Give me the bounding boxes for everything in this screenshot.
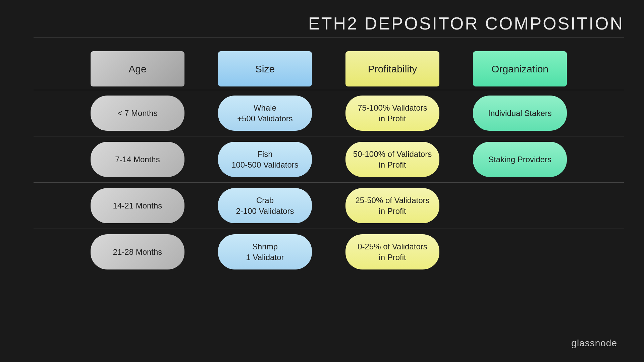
- profitability-value-2: 50-100% of Validators in Profit: [353, 149, 432, 170]
- profitability-value-3: 25-50% of Validators in Profit: [355, 195, 429, 216]
- size-cell-4: Shrimp 1 Validator: [218, 234, 312, 269]
- header-organization-label: Organization: [491, 63, 548, 75]
- header-size: Size: [218, 51, 312, 86]
- organization-cell-3-empty: [473, 188, 567, 223]
- profitability-cell-2: 50-100% of Validators in Profit: [345, 142, 439, 177]
- header-row: Age Size Profitability Organization: [34, 51, 624, 86]
- age-cell-4: 21-28 Months: [91, 234, 184, 269]
- organization-value-1: Individual Stakers: [488, 108, 551, 118]
- glassnode-logo: glassnode: [571, 338, 617, 349]
- organization-cell-2: Staking Providers: [473, 142, 567, 177]
- size-cell-2: Fish 100-500 Validators: [218, 142, 312, 177]
- profitability-cell-3: 25-50% of Validators in Profit: [345, 188, 439, 223]
- header-organization: Organization: [473, 51, 567, 86]
- age-cell-3: 14-21 Months: [91, 188, 184, 223]
- table-row: < 7 Months Whale +500 Validators 75-100%…: [34, 90, 624, 136]
- size-value-1: Whale +500 Validators: [237, 103, 293, 123]
- header-size-label: Size: [255, 63, 275, 75]
- data-rows: < 7 Months Whale +500 Validators 75-100%…: [34, 90, 624, 275]
- title-area: ETH2 DEPOSITOR COMPOSITION: [34, 13, 624, 38]
- table-row: 7-14 Months Fish 100-500 Validators 50-1…: [34, 136, 624, 182]
- header-profitability: Profitability: [345, 51, 439, 86]
- age-value-3: 14-21 Months: [113, 200, 162, 211]
- table-row: 14-21 Months Crab 2-100 Validators 25-50…: [34, 182, 624, 229]
- size-cell-3: Crab 2-100 Validators: [218, 188, 312, 223]
- table-row: 21-28 Months Shrimp 1 Validator 0-25% of…: [34, 229, 624, 275]
- age-value-2: 7-14 Months: [115, 154, 160, 165]
- size-value-2: Fish 100-500 Validators: [231, 149, 299, 170]
- age-cell-2: 7-14 Months: [91, 142, 184, 177]
- profitability-value-4: 0-25% of Validators in Profit: [358, 241, 427, 262]
- title-divider: [34, 38, 624, 38]
- size-value-4: Shrimp 1 Validator: [246, 241, 284, 262]
- profitability-cell-4: 0-25% of Validators in Profit: [345, 234, 439, 269]
- table-container: Age Size Profitability Organization < 7 …: [34, 51, 624, 349]
- profitability-cell-1: 75-100% Validators in Profit: [345, 96, 439, 131]
- organization-cell-4-empty: [473, 234, 567, 269]
- age-value-1: < 7 Months: [117, 108, 157, 118]
- age-value-4: 21-28 Months: [113, 247, 162, 257]
- page-title: ETH2 DEPOSITOR COMPOSITION: [308, 13, 624, 34]
- header-age-label: Age: [128, 63, 146, 75]
- profitability-value-1: 75-100% Validators in Profit: [358, 103, 427, 123]
- size-value-3: Crab 2-100 Validators: [236, 195, 294, 216]
- page-container: ETH2 DEPOSITOR COMPOSITION Age Size Prof…: [0, 0, 644, 362]
- header-profitability-label: Profitability: [368, 63, 417, 75]
- size-cell-1: Whale +500 Validators: [218, 96, 312, 131]
- age-cell-1: < 7 Months: [91, 96, 184, 131]
- organization-cell-1: Individual Stakers: [473, 96, 567, 131]
- organization-value-2: Staking Providers: [488, 154, 551, 165]
- header-age: Age: [91, 51, 184, 86]
